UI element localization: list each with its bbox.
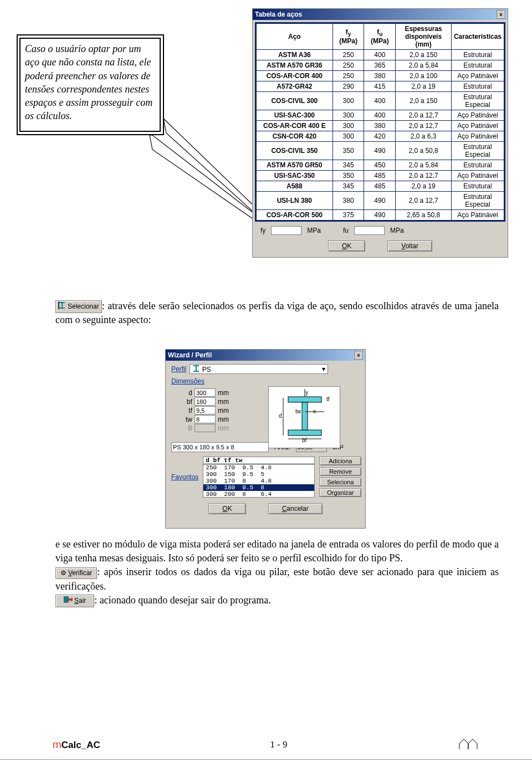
exit-icon xyxy=(64,596,73,606)
svg-text:tw: tw xyxy=(295,408,301,414)
seleciona-button[interactable]: Seleciona xyxy=(319,478,361,487)
col-espessuras: Espessuras disponíveis (mm) xyxy=(396,24,452,50)
col-aco: Aço xyxy=(257,24,333,50)
dimensoes-label: Dimensões xyxy=(171,377,360,385)
col-caracteristicas: Características xyxy=(451,24,504,50)
wizard-title: Wizard / Perfil xyxy=(168,351,212,359)
table-row[interactable]: COS-CIVIL 3003004002,0 a 150Estrutural E… xyxy=(257,92,504,110)
table-row[interactable]: COS-AR-COR 4002503802,0 a 100Aço Patináv… xyxy=(257,71,504,81)
fu-unit: MPa xyxy=(390,227,404,234)
paragraph-module: e se estiver no módulo de viga mista pod… xyxy=(55,537,499,607)
favorites-listbox[interactable]: d bf tf tw 250 170 9.5 4.8300 150 9.5 53… xyxy=(203,457,315,498)
list-header: d bf tf tw xyxy=(203,457,314,464)
svg-rect-8 xyxy=(288,430,321,436)
close-icon[interactable]: × xyxy=(354,351,363,360)
fy-label: fy xyxy=(260,227,265,234)
favoritos-label[interactable]: Favoritos xyxy=(171,473,198,481)
table-row[interactable]: ASTM A570 GR362503652,0 a 5,84Estrutural xyxy=(257,60,504,71)
steel-table: Aço fy(MPa) fu(MPa) Espessuras disponíve… xyxy=(255,22,505,222)
wizard-titlebar: Wizard / Perfil × xyxy=(166,350,365,361)
voltar-button[interactable]: Voltar xyxy=(387,240,432,252)
close-icon[interactable]: × xyxy=(497,10,505,19)
col-fy: fy(MPa) xyxy=(332,24,364,50)
list-item[interactable]: 300 170 8 4.8 xyxy=(203,478,314,484)
dim-tw-input[interactable] xyxy=(195,415,216,423)
table-row[interactable]: USI-SAC-3003004002,0 a 12,7Aço Patinável xyxy=(257,110,504,121)
dim-B-input xyxy=(195,424,216,432)
profile-name-input[interactable] xyxy=(171,442,269,452)
svg-rect-3 xyxy=(58,301,59,309)
fu-input[interactable] xyxy=(354,226,385,235)
dim-tf-input[interactable] xyxy=(195,406,216,414)
house-icon xyxy=(457,736,479,753)
wizard-perfil-window: Wizard / Perfil × Perfil PS ▾ Dimensões … xyxy=(165,349,366,529)
list-item[interactable]: 250 170 9.5 4.8 xyxy=(203,464,314,471)
svg-text:d: d xyxy=(279,413,282,419)
remove-button[interactable]: Remove xyxy=(319,467,361,476)
table-row[interactable]: USI-SAC-3503504852,0 a 12,7Aço Patinável xyxy=(257,171,504,181)
paragraph-selecionar: Selecionar : através dele serão selecion… xyxy=(55,299,499,327)
svg-text:bf: bf xyxy=(302,437,307,443)
svg-rect-2 xyxy=(62,303,63,308)
svg-rect-7 xyxy=(288,397,321,402)
selecionar-button[interactable]: Selecionar xyxy=(55,300,102,313)
svg-rect-6 xyxy=(196,366,197,371)
steel-table-window: Tabela de aços × Aço fy(MPa) fu(MPa) Esp… xyxy=(252,8,508,258)
svg-rect-20 xyxy=(64,597,68,602)
table-row[interactable]: USI-LN 3803804902,0 a 12,7Estrutural Esp… xyxy=(257,192,504,210)
organizar-button[interactable]: Organizar xyxy=(319,488,361,497)
titlebar: Tabela de aços × xyxy=(253,9,508,20)
ibeam-icon xyxy=(58,301,66,312)
adiciona-button[interactable]: Adiciona xyxy=(319,457,361,465)
list-item[interactable]: 300 180 9.5 8 xyxy=(203,484,314,491)
ok-button[interactable]: OK xyxy=(328,240,365,252)
footer-rule xyxy=(0,759,532,760)
table-row[interactable]: COS-AR-COR 5003754902,65 a 50,8Aço Patin… xyxy=(257,210,504,221)
table-row[interactable]: A5883454852,0 a 19Estrutural xyxy=(257,181,504,192)
perfil-label[interactable]: Perfil xyxy=(171,365,186,373)
table-row[interactable]: ASTM A362504002,0 a 150Estrutural xyxy=(257,50,504,60)
wizard-ok-button[interactable]: OK xyxy=(208,503,245,514)
table-row[interactable]: COS-AR-COR 400 E3003802,0 a 12,7Aço Pati… xyxy=(257,121,504,131)
ibeam-icon xyxy=(192,365,200,372)
svg-rect-9 xyxy=(302,402,308,430)
verificar-button[interactable]: ⚙Verificar xyxy=(55,567,97,579)
col-fu: fu(MPa) xyxy=(364,24,396,50)
perfil-select[interactable]: PS ▾ xyxy=(190,364,328,374)
fu-label: fu xyxy=(343,227,349,234)
list-item[interactable]: 300 200 8 6.4 xyxy=(203,491,314,498)
list-item[interactable]: 300 150 9.5 5 xyxy=(203,471,314,478)
gear-icon: ⚙ xyxy=(60,569,66,578)
wizard-cancel-button[interactable]: Cancelar xyxy=(268,503,323,514)
custom-inputs-row: fy MPa fu MPa xyxy=(253,224,508,237)
table-row[interactable]: A572-GR422904152,0 a 19Estrutural xyxy=(257,81,504,92)
sair-button[interactable]: Sair xyxy=(55,595,94,607)
fy-input[interactable] xyxy=(271,226,301,235)
fy-unit: MPa xyxy=(307,227,321,234)
profile-diagram: y tf tw x d bf xyxy=(268,386,340,448)
svg-marker-21 xyxy=(68,597,73,602)
page-footer: mCalc_AC 1 - 9 xyxy=(0,736,532,753)
table-row[interactable]: ASTM A570 GR503454502,0 a 5,84Estrutural xyxy=(257,160,504,171)
svg-text:y: y xyxy=(305,390,308,396)
window-title: Tabela de aços xyxy=(255,11,302,18)
chevron-down-icon[interactable]: ▾ xyxy=(322,365,325,373)
table-row[interactable]: CSN-COR 4203004202,0 a 6,3Aço Patinável xyxy=(257,131,504,142)
dim-bf-input[interactable] xyxy=(195,397,216,406)
table-row[interactable]: COS-CIVIL 3503504902,0 a 50,8Estrutural … xyxy=(257,142,504,160)
svg-text:tf: tf xyxy=(326,396,330,402)
dim-d-input[interactable] xyxy=(195,388,216,397)
callout-text: Caso o usuário optar por um aço que não … xyxy=(19,38,161,132)
